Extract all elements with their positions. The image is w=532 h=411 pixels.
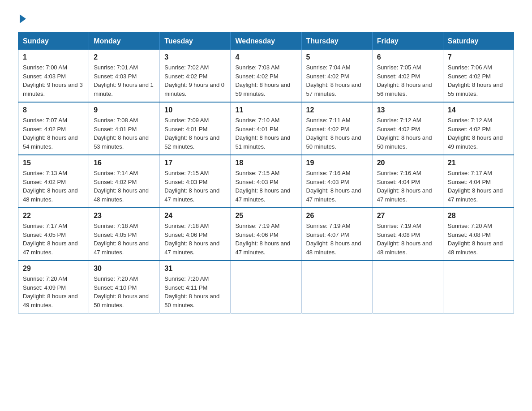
col-header-thursday: Thursday [301,33,372,50]
day-info: Sunrise: 7:10 AMSunset: 4:01 PMDaylight:… [235,116,296,151]
calendar-day-cell: 23Sunrise: 7:18 AMSunset: 4:05 PMDayligh… [89,208,160,261]
calendar-week-row: 22Sunrise: 7:17 AMSunset: 4:05 PMDayligh… [18,208,514,261]
calendar-day-cell: 8Sunrise: 7:07 AMSunset: 4:02 PMDaylight… [18,102,89,155]
day-info: Sunrise: 7:20 AMSunset: 4:08 PMDaylight:… [448,222,509,257]
col-header-saturday: Saturday [443,33,514,50]
day-number: 10 [164,106,226,114]
calendar-week-row: 8Sunrise: 7:07 AMSunset: 4:02 PMDaylight… [18,102,514,155]
calendar-day-cell [301,261,372,313]
day-number: 12 [306,106,368,114]
day-info: Sunrise: 7:19 AMSunset: 4:07 PMDaylight:… [306,222,368,257]
day-info: Sunrise: 7:20 AMSunset: 4:10 PMDaylight:… [94,274,155,309]
day-number: 30 [94,265,155,273]
day-number: 8 [23,106,84,114]
day-info: Sunrise: 7:04 AMSunset: 4:02 PMDaylight:… [306,63,368,98]
calendar-day-cell: 16Sunrise: 7:14 AMSunset: 4:02 PMDayligh… [89,155,160,208]
day-number: 27 [377,212,438,220]
day-number: 20 [377,159,438,167]
calendar-day-cell: 4Sunrise: 7:03 AMSunset: 4:02 PMDaylight… [231,50,301,102]
day-number: 26 [306,212,368,220]
calendar-day-cell: 12Sunrise: 7:11 AMSunset: 4:02 PMDayligh… [301,102,372,155]
col-header-wednesday: Wednesday [231,33,301,50]
calendar-day-cell: 3Sunrise: 7:02 AMSunset: 4:02 PMDaylight… [160,50,231,102]
calendar-day-cell: 19Sunrise: 7:16 AMSunset: 4:03 PMDayligh… [301,155,372,208]
day-info: Sunrise: 7:08 AMSunset: 4:01 PMDaylight:… [94,116,155,151]
day-info: Sunrise: 7:15 AMSunset: 4:03 PMDaylight:… [164,169,226,204]
day-info: Sunrise: 7:15 AMSunset: 4:03 PMDaylight:… [235,169,296,204]
calendar-day-cell: 15Sunrise: 7:13 AMSunset: 4:02 PMDayligh… [18,155,89,208]
day-number: 17 [164,159,226,167]
calendar-day-cell: 14Sunrise: 7:12 AMSunset: 4:02 PMDayligh… [443,102,514,155]
day-header-row: SundayMondayTuesdayWednesdayThursdayFrid… [18,33,514,50]
day-number: 15 [23,159,84,167]
day-info: Sunrise: 7:11 AMSunset: 4:02 PMDaylight:… [306,116,368,151]
day-info: Sunrise: 7:17 AMSunset: 4:04 PMDaylight:… [448,169,509,204]
day-number: 25 [235,212,296,220]
page-header [18,13,514,23]
day-number: 23 [94,212,155,220]
day-number: 5 [306,53,368,61]
day-number: 2 [94,53,155,61]
day-number: 31 [164,265,226,273]
day-number: 29 [23,265,84,273]
day-number: 4 [235,53,296,61]
day-info: Sunrise: 7:18 AMSunset: 4:05 PMDaylight:… [94,222,155,257]
day-info: Sunrise: 7:19 AMSunset: 4:08 PMDaylight:… [377,222,438,257]
day-info: Sunrise: 7:12 AMSunset: 4:02 PMDaylight:… [448,116,509,151]
day-number: 21 [448,159,509,167]
calendar-day-cell: 10Sunrise: 7:09 AMSunset: 4:01 PMDayligh… [160,102,231,155]
calendar-day-cell: 24Sunrise: 7:18 AMSunset: 4:06 PMDayligh… [160,208,231,261]
day-info: Sunrise: 7:07 AMSunset: 4:02 PMDaylight:… [23,116,84,151]
day-number: 24 [164,212,226,220]
day-number: 6 [377,53,438,61]
day-number: 19 [306,159,368,167]
calendar-table: SundayMondayTuesdayWednesdayThursdayFrid… [18,32,514,313]
calendar-day-cell: 21Sunrise: 7:17 AMSunset: 4:04 PMDayligh… [443,155,514,208]
day-number: 7 [448,53,509,61]
calendar-body: 1Sunrise: 7:00 AMSunset: 4:03 PMDaylight… [18,50,514,313]
calendar-header: SundayMondayTuesdayWednesdayThursdayFrid… [18,33,514,50]
calendar-day-cell: 27Sunrise: 7:19 AMSunset: 4:08 PMDayligh… [372,208,443,261]
calendar-day-cell: 9Sunrise: 7:08 AMSunset: 4:01 PMDaylight… [89,102,160,155]
calendar-day-cell: 7Sunrise: 7:06 AMSunset: 4:02 PMDaylight… [443,50,514,102]
day-info: Sunrise: 7:14 AMSunset: 4:02 PMDaylight:… [94,169,155,204]
day-number: 28 [448,212,509,220]
col-header-monday: Monday [89,33,160,50]
calendar-day-cell: 29Sunrise: 7:20 AMSunset: 4:09 PMDayligh… [18,261,89,313]
day-number: 16 [94,159,155,167]
calendar-day-cell: 26Sunrise: 7:19 AMSunset: 4:07 PMDayligh… [301,208,372,261]
day-info: Sunrise: 7:03 AMSunset: 4:02 PMDaylight:… [235,63,296,98]
day-number: 13 [377,106,438,114]
day-info: Sunrise: 7:09 AMSunset: 4:01 PMDaylight:… [164,116,226,151]
day-number: 11 [235,106,296,114]
calendar-day-cell: 20Sunrise: 7:16 AMSunset: 4:04 PMDayligh… [372,155,443,208]
day-number: 14 [448,106,509,114]
day-info: Sunrise: 7:13 AMSunset: 4:02 PMDaylight:… [23,169,84,204]
day-info: Sunrise: 7:00 AMSunset: 4:03 PMDaylight:… [23,63,84,98]
day-number: 3 [164,53,226,61]
day-info: Sunrise: 7:12 AMSunset: 4:02 PMDaylight:… [377,116,438,151]
day-info: Sunrise: 7:20 AMSunset: 4:11 PMDaylight:… [164,274,226,309]
calendar-week-row: 15Sunrise: 7:13 AMSunset: 4:02 PMDayligh… [18,155,514,208]
col-header-tuesday: Tuesday [160,33,231,50]
day-info: Sunrise: 7:16 AMSunset: 4:04 PMDaylight:… [377,169,438,204]
day-info: Sunrise: 7:05 AMSunset: 4:02 PMDaylight:… [377,63,438,98]
day-info: Sunrise: 7:01 AMSunset: 4:03 PMDaylight:… [94,63,155,98]
calendar-week-row: 29Sunrise: 7:20 AMSunset: 4:09 PMDayligh… [18,261,514,313]
day-info: Sunrise: 7:20 AMSunset: 4:09 PMDaylight:… [23,274,84,309]
day-number: 1 [23,53,84,61]
calendar-day-cell: 1Sunrise: 7:00 AMSunset: 4:03 PMDaylight… [18,50,89,102]
calendar-day-cell [372,261,443,313]
calendar-day-cell: 2Sunrise: 7:01 AMSunset: 4:03 PMDaylight… [89,50,160,102]
day-number: 9 [94,106,155,114]
calendar-day-cell: 25Sunrise: 7:19 AMSunset: 4:06 PMDayligh… [231,208,301,261]
col-header-friday: Friday [372,33,443,50]
calendar-day-cell: 17Sunrise: 7:15 AMSunset: 4:03 PMDayligh… [160,155,231,208]
calendar-week-row: 1Sunrise: 7:00 AMSunset: 4:03 PMDaylight… [18,50,514,102]
calendar-day-cell: 30Sunrise: 7:20 AMSunset: 4:10 PMDayligh… [89,261,160,313]
calendar-day-cell [443,261,514,313]
day-info: Sunrise: 7:02 AMSunset: 4:02 PMDaylight:… [164,63,226,98]
calendar-day-cell: 31Sunrise: 7:20 AMSunset: 4:11 PMDayligh… [160,261,231,313]
day-info: Sunrise: 7:17 AMSunset: 4:05 PMDaylight:… [23,222,84,257]
calendar-day-cell: 5Sunrise: 7:04 AMSunset: 4:02 PMDaylight… [301,50,372,102]
